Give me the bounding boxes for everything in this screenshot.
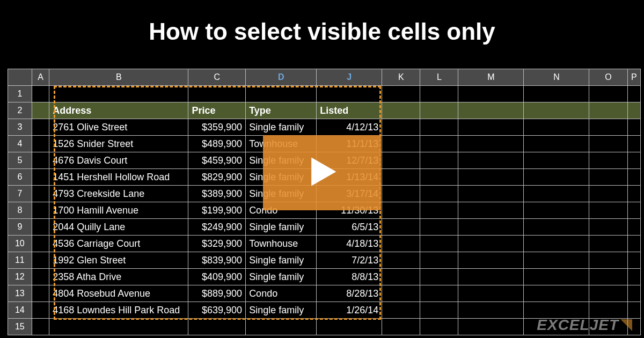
row-header-7[interactable]: 7 — [8, 186, 32, 202]
cell[interactable] — [589, 202, 627, 219]
cell[interactable] — [524, 252, 589, 269]
cell-listed[interactable]: 8/8/13 — [317, 269, 382, 285]
cell[interactable] — [32, 119, 49, 136]
header-address[interactable]: Address — [49, 102, 188, 119]
cell[interactable] — [32, 202, 49, 219]
row-header-13[interactable]: 13 — [8, 285, 32, 302]
cell-price[interactable]: $639,900 — [188, 302, 246, 319]
table-row[interactable]: 32761 Olive Street$359,900Single family4… — [8, 119, 641, 136]
cell[interactable] — [458, 102, 524, 119]
cell[interactable] — [420, 269, 458, 285]
cell[interactable] — [49, 86, 188, 102]
cell[interactable] — [589, 136, 627, 152]
cell-address[interactable]: 1526 Snider Street — [49, 136, 188, 152]
cell[interactable] — [627, 219, 640, 236]
cell-price[interactable]: $839,900 — [188, 252, 246, 269]
cell-address[interactable]: 2358 Atha Drive — [49, 269, 188, 285]
cell[interactable] — [458, 119, 524, 136]
cell-address[interactable]: 4676 Davis Court — [49, 152, 188, 169]
cell[interactable] — [32, 136, 49, 152]
cell[interactable] — [589, 236, 627, 252]
cell[interactable] — [317, 86, 382, 102]
select-all-corner[interactable] — [8, 69, 32, 86]
cell[interactable] — [32, 285, 49, 302]
column-header-K[interactable]: K — [382, 69, 420, 86]
cell[interactable] — [524, 269, 589, 285]
row-header-2[interactable]: 2 — [8, 102, 32, 119]
cell-price[interactable]: $489,900 — [188, 136, 246, 152]
table-row[interactable]: 134804 Rosebud Avenue$889,900Condo8/28/1… — [8, 285, 641, 302]
header-listed[interactable]: Listed — [317, 102, 382, 119]
cell[interactable] — [32, 236, 49, 252]
cell[interactable] — [524, 285, 589, 302]
column-header-A[interactable]: A — [32, 69, 49, 86]
cell[interactable] — [589, 219, 627, 236]
cell[interactable] — [627, 269, 640, 285]
cell[interactable] — [420, 236, 458, 252]
table-row[interactable]: 122358 Atha Drive$409,900Single family8/… — [8, 269, 641, 285]
cell[interactable] — [627, 152, 640, 169]
cell[interactable] — [32, 169, 49, 186]
cell[interactable] — [382, 186, 420, 202]
cell[interactable] — [32, 152, 49, 169]
cell-price[interactable]: $329,900 — [188, 236, 246, 252]
cell[interactable] — [524, 152, 589, 169]
cell[interactable] — [589, 285, 627, 302]
cell[interactable] — [382, 269, 420, 285]
cell[interactable] — [524, 236, 589, 252]
cell[interactable] — [524, 186, 589, 202]
cell[interactable] — [32, 302, 49, 319]
cell[interactable] — [420, 186, 458, 202]
cell[interactable] — [589, 169, 627, 186]
cell-price[interactable]: $409,900 — [188, 269, 246, 285]
cell-type[interactable]: Condo — [246, 285, 317, 302]
cell[interactable] — [420, 86, 458, 102]
row-header-5[interactable]: 5 — [8, 152, 32, 169]
cell-type[interactable]: Single family — [246, 219, 317, 236]
cell-type[interactable]: Single family — [246, 269, 317, 285]
cell-address[interactable]: 4536 Carriage Court — [49, 236, 188, 252]
cell[interactable] — [589, 152, 627, 169]
cell-listed[interactable]: 7/2/13 — [317, 252, 382, 269]
cell[interactable] — [589, 186, 627, 202]
cell[interactable] — [382, 219, 420, 236]
cell[interactable] — [382, 136, 420, 152]
cell[interactable] — [627, 252, 640, 269]
cell-address[interactable]: 4793 Creekside Lane — [49, 186, 188, 202]
cell[interactable] — [524, 169, 589, 186]
column-header-M[interactable]: M — [458, 69, 524, 86]
cell[interactable] — [32, 269, 49, 285]
cell[interactable] — [627, 136, 640, 152]
row-header-15[interactable]: 15 — [8, 319, 32, 335]
cell[interactable] — [458, 152, 524, 169]
cell[interactable] — [458, 269, 524, 285]
cell-address[interactable]: 1451 Hershell Hollow Road — [49, 169, 188, 186]
cell[interactable] — [32, 219, 49, 236]
cell[interactable] — [524, 202, 589, 219]
cell[interactable] — [420, 136, 458, 152]
column-header-C[interactable]: C — [188, 69, 246, 86]
cell[interactable] — [589, 86, 627, 102]
cell-price[interactable]: $359,900 — [188, 119, 246, 136]
cell[interactable] — [188, 86, 246, 102]
column-header-row[interactable]: ABCDJKLMNOP — [8, 69, 641, 86]
cell-address[interactable]: 2761 Olive Street — [49, 119, 188, 136]
row-header-11[interactable]: 11 — [8, 252, 32, 269]
cell[interactable] — [382, 252, 420, 269]
table-row[interactable]: 104536 Carriage Court$329,900Townhouse4/… — [8, 236, 641, 252]
cell[interactable] — [188, 319, 246, 335]
cell-address[interactable]: 1700 Hamill Avenue — [49, 202, 188, 219]
cell[interactable] — [458, 285, 524, 302]
cell[interactable] — [32, 319, 49, 335]
cell[interactable] — [382, 302, 420, 319]
row-header-6[interactable]: 6 — [8, 169, 32, 186]
cell[interactable] — [627, 202, 640, 219]
cell[interactable] — [382, 319, 420, 335]
cell[interactable] — [32, 186, 49, 202]
cell-price[interactable]: $249,900 — [188, 219, 246, 236]
row-1[interactable]: 1 — [8, 86, 641, 102]
cell-listed[interactable]: 4/18/13 — [317, 236, 382, 252]
row-header-8[interactable]: 8 — [8, 202, 32, 219]
cell[interactable] — [458, 136, 524, 152]
cell[interactable] — [589, 119, 627, 136]
